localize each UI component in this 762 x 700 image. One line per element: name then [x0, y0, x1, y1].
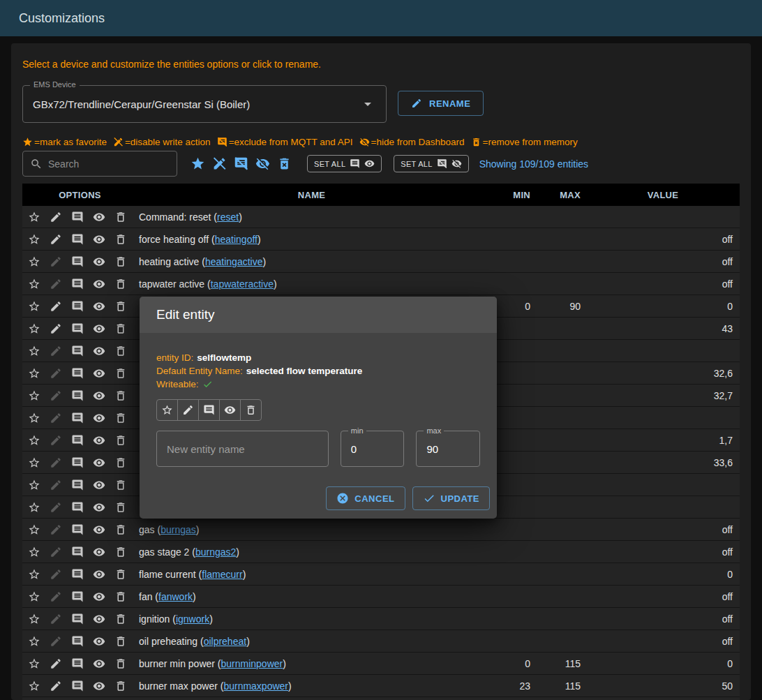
- entity-shortname-link[interactable]: fanwork: [158, 591, 193, 602]
- eye-icon[interactable]: [93, 613, 105, 625]
- trash-icon[interactable]: [114, 635, 127, 648]
- filter-favorite-button[interactable]: [187, 153, 209, 174]
- favorite-star-icon[interactable]: [28, 523, 40, 536]
- comment-icon[interactable]: [71, 590, 84, 603]
- favorite-star-icon[interactable]: [28, 635, 40, 648]
- favorite-star-icon[interactable]: [28, 501, 40, 514]
- comment-icon[interactable]: [71, 546, 84, 558]
- favorite-star-icon[interactable]: [28, 322, 40, 335]
- edit-icon[interactable]: [50, 680, 62, 692]
- comment-icon[interactable]: [71, 456, 84, 469]
- exclude-mqtt-toggle[interactable]: [198, 399, 220, 421]
- trash-icon[interactable]: [114, 412, 127, 424]
- eye-icon[interactable]: [93, 523, 105, 536]
- trash-icon[interactable]: [114, 590, 127, 603]
- favorite-star-icon[interactable]: [28, 278, 40, 290]
- edit-icon[interactable]: [50, 345, 62, 357]
- cancel-button[interactable]: CANCEL: [326, 486, 405, 510]
- comment-icon[interactable]: [71, 501, 84, 514]
- favorite-star-icon[interactable]: [28, 367, 40, 380]
- comment-icon[interactable]: [71, 412, 84, 424]
- eye-icon[interactable]: [93, 233, 105, 246]
- trash-icon[interactable]: [114, 568, 127, 581]
- comment-icon[interactable]: [71, 300, 84, 313]
- eye-icon[interactable]: [93, 590, 105, 603]
- eye-icon[interactable]: [93, 479, 105, 491]
- new-entity-name-input[interactable]: [157, 443, 328, 455]
- filter-hide-dashboard-button[interactable]: [252, 153, 274, 174]
- eye-icon[interactable]: [93, 434, 105, 447]
- edit-icon[interactable]: [50, 278, 62, 290]
- comment-icon[interactable]: [71, 680, 84, 692]
- search-input[interactable]: [48, 158, 170, 170]
- entity-shortname-link[interactable]: heatingoff: [215, 234, 257, 245]
- comment-icon[interactable]: [71, 278, 84, 290]
- eye-icon[interactable]: [93, 546, 105, 558]
- edit-icon[interactable]: [50, 613, 62, 625]
- edit-icon[interactable]: [50, 523, 62, 536]
- favorite-toggle[interactable]: [156, 399, 178, 421]
- trash-icon[interactable]: [114, 345, 127, 357]
- edit-icon[interactable]: [50, 657, 62, 670]
- eye-icon[interactable]: [93, 345, 105, 357]
- trash-icon[interactable]: [114, 389, 127, 402]
- update-button[interactable]: UPDATE: [412, 486, 490, 510]
- trash-icon[interactable]: [114, 278, 127, 290]
- entity-shortname-link[interactable]: burnmaxpower: [223, 680, 288, 692]
- ems-device-select[interactable]: EMS Device GBx72/Trendline/Cerapur/Green…: [22, 85, 387, 123]
- comment-icon[interactable]: [71, 568, 84, 581]
- comment-icon[interactable]: [71, 255, 84, 268]
- eye-icon[interactable]: [93, 568, 105, 581]
- edit-icon[interactable]: [50, 635, 62, 648]
- trash-icon[interactable]: [114, 523, 127, 536]
- edit-icon[interactable]: [50, 501, 62, 514]
- comment-icon[interactable]: [71, 657, 84, 670]
- eye-icon[interactable]: [93, 412, 105, 424]
- disable-write-toggle[interactable]: [177, 399, 199, 421]
- comment-icon[interactable]: [71, 434, 84, 447]
- filter-exclude-mqtt-button[interactable]: [230, 153, 252, 174]
- eye-icon[interactable]: [93, 300, 105, 313]
- set-all-visible-button[interactable]: SET ALL: [307, 155, 382, 172]
- entity-shortname-link[interactable]: tapwateractive: [211, 278, 274, 290]
- entity-shortname-link[interactable]: flamecurr: [202, 569, 242, 580]
- eye-icon[interactable]: [93, 389, 105, 402]
- trash-icon[interactable]: [114, 211, 127, 223]
- comment-icon[interactable]: [71, 389, 84, 402]
- favorite-star-icon[interactable]: [28, 613, 40, 625]
- favorite-star-icon[interactable]: [28, 590, 40, 603]
- favorite-star-icon[interactable]: [28, 680, 40, 692]
- favorite-star-icon[interactable]: [28, 211, 40, 223]
- comment-icon[interactable]: [71, 322, 84, 335]
- edit-icon[interactable]: [50, 546, 62, 558]
- trash-icon[interactable]: [114, 255, 127, 268]
- filter-disable-write-button[interactable]: [209, 153, 230, 174]
- trash-icon[interactable]: [114, 657, 127, 670]
- edit-icon[interactable]: [50, 568, 62, 581]
- trash-icon[interactable]: [114, 613, 127, 625]
- rename-button[interactable]: RENAME: [398, 91, 484, 116]
- entity-shortname-link[interactable]: burngas: [160, 524, 196, 535]
- favorite-star-icon[interactable]: [28, 568, 40, 581]
- favorite-star-icon[interactable]: [28, 233, 40, 246]
- favorite-star-icon[interactable]: [28, 657, 40, 670]
- comment-icon[interactable]: [71, 233, 84, 246]
- edit-icon[interactable]: [50, 412, 62, 424]
- comment-icon[interactable]: [71, 367, 84, 380]
- edit-icon[interactable]: [50, 456, 62, 469]
- edit-icon[interactable]: [50, 233, 62, 246]
- favorite-star-icon[interactable]: [28, 456, 40, 469]
- trash-icon[interactable]: [114, 546, 127, 558]
- comment-icon[interactable]: [71, 613, 84, 625]
- eye-icon[interactable]: [93, 255, 105, 268]
- edit-icon[interactable]: [50, 389, 62, 402]
- entity-shortname-link[interactable]: burnminpower: [221, 658, 283, 669]
- entity-shortname-link[interactable]: oilpreheat: [204, 636, 247, 647]
- eye-icon[interactable]: [93, 278, 105, 290]
- entity-shortname-link[interactable]: reset: [217, 211, 239, 223]
- edit-icon[interactable]: [50, 211, 62, 223]
- favorite-star-icon[interactable]: [28, 412, 40, 424]
- trash-icon[interactable]: [114, 456, 127, 469]
- favorite-star-icon[interactable]: [28, 255, 40, 268]
- edit-icon[interactable]: [50, 434, 62, 447]
